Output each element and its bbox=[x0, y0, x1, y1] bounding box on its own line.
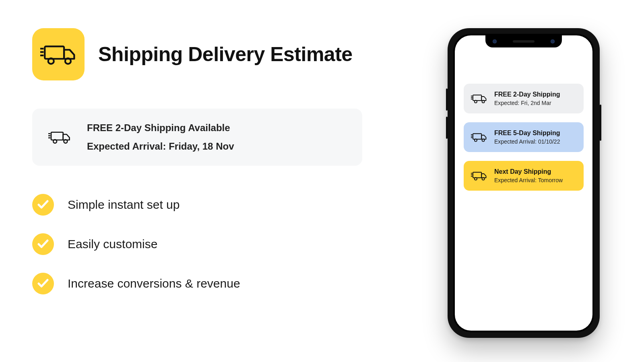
shipping-option-5day[interactable]: FREE 5-Day Shipping Expected Arrival: 01… bbox=[464, 122, 584, 152]
shipping-option-title: FREE 2-Day Shipping bbox=[494, 91, 560, 98]
shipping-option-2day[interactable]: FREE 2-Day Shipping Expected: Fri, 2nd M… bbox=[464, 84, 584, 113]
shipping-option-title: Next Day Shipping bbox=[494, 168, 563, 175]
truck-icon bbox=[471, 132, 487, 143]
page-title: Shipping Delivery Estimate bbox=[98, 43, 353, 66]
estimate-line-2: Expected Arrival: Friday, 18 Nov bbox=[87, 141, 234, 152]
phone-mockup: FREE 2-Day Shipping Expected: Fri, 2nd M… bbox=[448, 28, 600, 338]
shipping-option-subtitle: Expected Arrival: 01/10/22 bbox=[494, 138, 560, 145]
feature-item: Increase conversions & revenue bbox=[32, 273, 362, 294]
truck-icon bbox=[471, 170, 487, 181]
feature-label: Increase conversions & revenue bbox=[68, 277, 240, 290]
estimate-card: FREE 2-Day Shipping Available Expected A… bbox=[32, 109, 362, 166]
shipping-option-subtitle: Expected Arrival: Tomorrow bbox=[494, 177, 563, 183]
estimate-text: FREE 2-Day Shipping Available Expected A… bbox=[87, 122, 234, 152]
shipping-option-text: Next Day Shipping Expected Arrival: Tomo… bbox=[494, 168, 563, 183]
feature-label: Simple instant set up bbox=[68, 198, 180, 212]
front-camera-icon bbox=[493, 39, 497, 43]
hero-row: Shipping Delivery Estimate bbox=[32, 28, 362, 80]
shipping-option-text: FREE 5-Day Shipping Expected Arrival: 01… bbox=[494, 130, 560, 145]
truck-icon bbox=[471, 93, 487, 104]
feature-label: Easily customise bbox=[68, 237, 157, 251]
shipping-option-subtitle: Expected: Fri, 2nd Mar bbox=[494, 100, 560, 106]
phone-bezel: FREE 2-Day Shipping Expected: Fri, 2nd M… bbox=[453, 34, 594, 332]
shipping-option-text: FREE 2-Day Shipping Expected: Fri, 2nd M… bbox=[494, 91, 560, 106]
phone-screen: FREE 2-Day Shipping Expected: Fri, 2nd M… bbox=[455, 35, 592, 331]
marketing-hero: Shipping Delivery Estimate FREE 2-Day Sh… bbox=[0, 0, 644, 362]
phone-notch bbox=[485, 35, 562, 47]
feature-list: Simple instant set up Easily customise I… bbox=[32, 194, 362, 294]
speaker-icon bbox=[513, 40, 535, 43]
check-icon bbox=[32, 273, 54, 294]
feature-item: Simple instant set up bbox=[32, 194, 362, 216]
truck-icon bbox=[40, 40, 76, 68]
estimate-line-1: FREE 2-Day Shipping Available bbox=[87, 122, 234, 134]
truck-icon bbox=[48, 129, 71, 145]
sensor-icon bbox=[551, 39, 555, 43]
check-icon bbox=[32, 194, 54, 216]
check-icon bbox=[32, 233, 54, 255]
phone-content: FREE 2-Day Shipping Expected: Fri, 2nd M… bbox=[455, 35, 592, 191]
shipping-option-nextday[interactable]: Next Day Shipping Expected Arrival: Tomo… bbox=[464, 161, 584, 191]
app-icon bbox=[32, 28, 85, 80]
shipping-option-title: FREE 5-Day Shipping bbox=[494, 130, 560, 137]
left-column: Shipping Delivery Estimate FREE 2-Day Sh… bbox=[32, 28, 362, 294]
feature-item: Easily customise bbox=[32, 233, 362, 255]
